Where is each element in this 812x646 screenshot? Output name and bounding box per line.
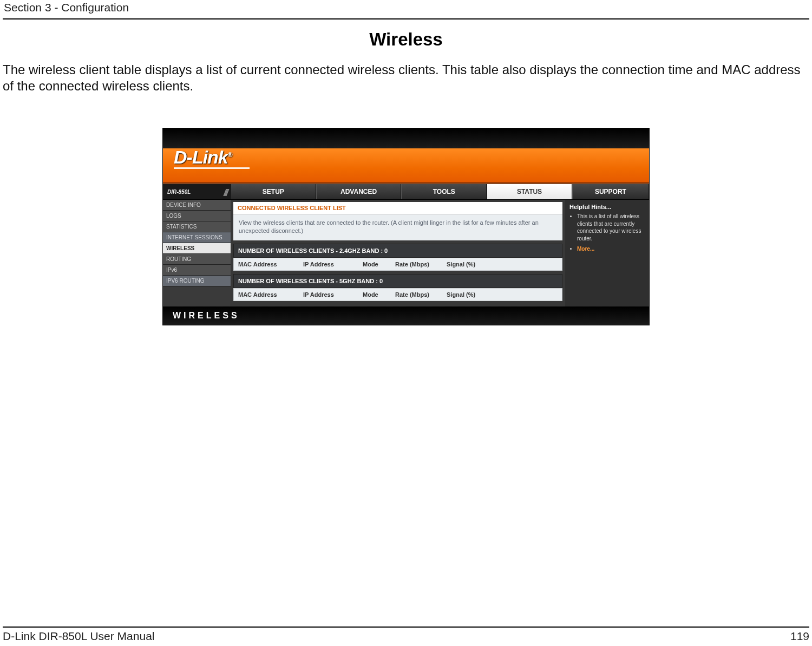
divider-top — [3, 18, 809, 19]
panel-title: CONNECTED WIRELESS CLIENT LIST — [233, 202, 562, 214]
footer-manual-name: D-Link DIR-850L User Manual — [3, 630, 155, 643]
col-rate: Rate (Mbps) — [395, 291, 447, 298]
helpful-hints-panel: Helpful Hints... This is a list of all w… — [565, 200, 649, 306]
table-header-5ghz: MAC Address IP Address Mode Rate (Mbps) … — [233, 288, 562, 301]
left-sidebar: DEVICE INFO LOGS STATISTICS INTERNET SES… — [163, 200, 231, 306]
col-ip: IP Address — [303, 291, 363, 298]
router-admin-screenshot: D-Link® DIR-850L /// SETUP ADVANCED TOOL… — [162, 128, 650, 325]
product-model: DIR-850L /// — [163, 184, 231, 199]
tab-support[interactable]: SUPPORT — [572, 184, 649, 199]
col-mode: Mode — [363, 261, 395, 267]
band-5ghz-header: NUMBER OF WIRELESS CLIENTS - 5GHZ BAND :… — [233, 274, 562, 288]
sidebar-item-internet-sessions[interactable]: INTERNET SESSIONS — [163, 232, 231, 243]
dlink-logo: D-Link® — [174, 147, 232, 168]
sidebar-item-ipv6[interactable]: IPv6 — [163, 265, 231, 276]
panel-description: View the wireless clients that are conne… — [233, 214, 562, 240]
main-content: CONNECTED WIRELESS CLIENT LIST View the … — [231, 200, 565, 306]
hints-more-link[interactable]: More... — [577, 246, 594, 252]
sidebar-item-wireless[interactable]: WIRELESS — [163, 243, 231, 254]
top-nav: DIR-850L /// SETUP ADVANCED TOOLS STATUS… — [163, 184, 649, 200]
col-mac: MAC Address — [238, 261, 303, 267]
sidebar-item-device-info[interactable]: DEVICE INFO — [163, 200, 231, 211]
hint-item: This is a list of all wireless clients t… — [577, 213, 645, 242]
footer-page-number: 119 — [790, 630, 809, 643]
col-mode: Mode — [363, 291, 395, 298]
sidebar-item-routing[interactable]: ROUTING — [163, 254, 231, 265]
col-rate: Rate (Mbps) — [395, 261, 447, 267]
band-24ghz-header: NUMBER OF WIRELESS CLIENTS - 2.4GHZ BAND… — [233, 244, 562, 258]
divider-bottom — [3, 627, 809, 628]
sidebar-item-statistics[interactable]: STATISTICS — [163, 221, 231, 232]
page-title: Wireless — [3, 29, 809, 50]
sidebar-item-ipv6-routing[interactable]: IPV6 ROUTING — [163, 276, 231, 286]
router-footer-category: WIRELESS — [163, 306, 649, 325]
section-label: Section 3 - Configuration — [4, 1, 129, 14]
col-ip: IP Address — [303, 261, 363, 267]
tab-tools[interactable]: TOOLS — [401, 184, 487, 199]
intro-paragraph: The wireless client table displays a lis… — [3, 62, 809, 94]
col-mac: MAC Address — [238, 291, 303, 298]
table-header-24ghz: MAC Address IP Address Mode Rate (Mbps) … — [233, 258, 562, 271]
sidebar-item-logs[interactable]: LOGS — [163, 211, 231, 221]
tab-advanced[interactable]: ADVANCED — [316, 184, 402, 199]
tab-status[interactable]: STATUS — [487, 184, 572, 199]
tab-setup[interactable]: SETUP — [231, 184, 316, 199]
router-header: D-Link® — [163, 128, 649, 184]
hints-title: Helpful Hints... — [569, 202, 645, 213]
col-signal: Signal (%) — [447, 291, 490, 298]
col-signal: Signal (%) — [447, 261, 490, 267]
